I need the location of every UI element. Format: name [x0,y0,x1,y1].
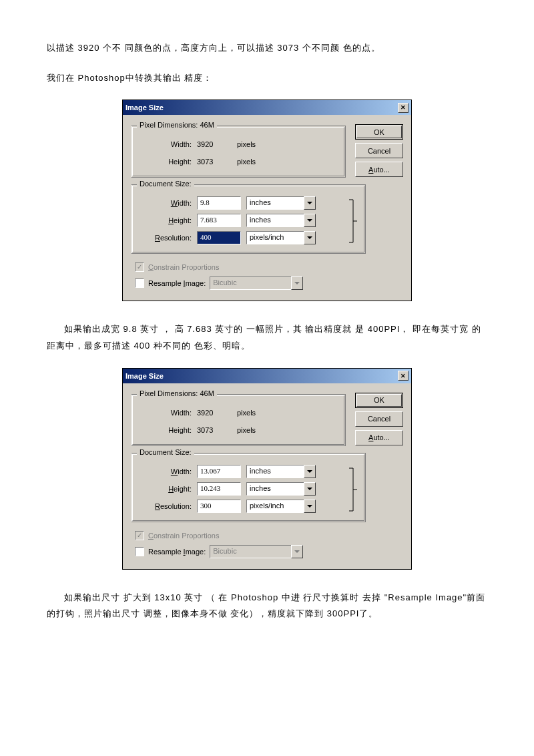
paragraph-1: 以描述 3920 个不 同颜色的点，高度方向上，可以描述 3073 个不同颜 色… [47,40,487,57]
resolution-label: Resolution: [138,502,197,510]
auto-button[interactable]: Auto... [355,430,403,445]
resolution-input[interactable]: 300 [197,500,241,513]
chevron-down-icon [307,202,312,204]
height-label: Height: [138,426,197,434]
paragraph-4: 如果输出尺寸 扩大到 13x10 英寸 （ 在 Photoshop 中进 行尺寸… [47,590,487,622]
chevron-down-icon [294,282,300,285]
height-label: Height: [138,158,197,166]
doc-height-label: Height: [138,485,197,493]
ok-button[interactable]: OK [355,124,403,140]
doc-width-unit-dropdown[interactable]: inches [246,196,316,210]
chevron-down-icon [307,488,312,490]
check-icon: ✓ [137,532,142,539]
link-bracket-icon [348,194,360,246]
cancel-button[interactable]: Cancel [355,143,403,158]
resolution-label: Resolution: [138,234,197,242]
document-size-legend: Document Size: [137,180,194,188]
titlebar: Image Size ✕ [123,369,411,383]
pixel-width-value: 3920 [197,409,237,417]
chevron-down-icon [307,219,312,222]
pixel-dimensions-group: Pixel Dimensions: 46M Width:3920pixels H… [131,394,346,446]
auto-button[interactable]: Auto... [355,162,403,177]
document-size-legend: Document Size: [137,448,194,456]
doc-height-label: Height: [138,216,197,224]
resample-image-checkbox[interactable]: Resample Image: Bicubic [135,545,403,558]
ok-button[interactable]: OK [355,393,403,408]
doc-height-unit-dropdown[interactable]: inches [246,214,316,227]
chevron-down-icon [307,236,312,239]
pixel-height-unit: pixels [237,426,284,434]
dialog-title: Image Size [125,104,164,112]
pixel-height-value: 3073 [197,426,237,434]
pixel-dimensions-group: Pixel Dimensions: 46M Width:3920pixels H… [131,126,346,178]
resolution-unit-dropdown[interactable]: pixels/inch [246,500,316,513]
document-size-group: Document Size: Width:13.067inches Height… [131,453,366,522]
resolution-input[interactable]: 400 [197,231,241,244]
paragraph-3: 如果输出成宽 9.8 英寸 ， 高 7.683 英寸的 一幅照片，其 输出精度就… [47,321,487,354]
doc-height-input[interactable]: 7.683 [197,214,241,227]
doc-width-input[interactable]: 9.8 [197,196,241,210]
resample-method-dropdown: Bicubic [210,276,303,290]
image-size-dialog-1: Image Size ✕ OK Cancel Auto... Pixel Dim… [122,100,412,301]
resolution-unit-dropdown[interactable]: pixels/inch [246,231,316,244]
pixel-dimensions-legend: Pixel Dimensions: 46M [137,121,217,129]
document-size-group: Document Size: Width:9.8inches Height:7.… [131,184,366,254]
cancel-button[interactable]: Cancel [355,411,403,427]
doc-width-label: Width: [138,467,197,476]
close-button[interactable]: ✕ [398,103,409,113]
doc-width-unit-dropdown[interactable]: inches [246,465,316,478]
doc-width-label: Width: [138,199,197,207]
check-icon: ✓ [137,264,142,270]
pixel-width-unit: pixels [237,409,284,417]
chevron-down-icon [307,470,312,473]
doc-width-input[interactable]: 13.067 [197,465,241,478]
titlebar: Image Size ✕ [123,100,411,115]
close-icon: ✕ [400,373,406,379]
doc-height-unit-dropdown[interactable]: inches [246,482,316,496]
doc-height-input[interactable]: 10.243 [197,482,241,496]
pixel-width-value: 3920 [197,140,237,148]
close-button[interactable]: ✕ [398,371,409,381]
link-bracket-icon [348,463,360,515]
pixel-height-unit: pixels [237,158,284,166]
resample-image-checkbox[interactable]: Resample Image: Bicubic [135,276,403,290]
close-icon: ✕ [400,104,406,111]
chevron-down-icon [294,550,300,553]
chevron-down-icon [307,505,312,508]
dialog-title: Image Size [125,372,164,380]
pixel-dimensions-legend: Pixel Dimensions: 46M [137,389,217,397]
constrain-proportions-checkbox: ✓ Constrain Proportions [135,260,403,274]
pixel-height-value: 3073 [197,158,237,166]
resample-method-dropdown: Bicubic [210,545,303,558]
width-label: Width: [138,409,197,417]
image-size-dialog-2: Image Size ✕ OK Cancel Auto... Pixel Dim… [122,368,412,570]
paragraph-2: 我们在 Photoshop中转换其输出 精度： [47,70,487,87]
width-label: Width: [138,140,197,148]
constrain-proportions-checkbox: ✓ Constrain Proportions [135,529,403,542]
pixel-width-unit: pixels [237,140,284,148]
